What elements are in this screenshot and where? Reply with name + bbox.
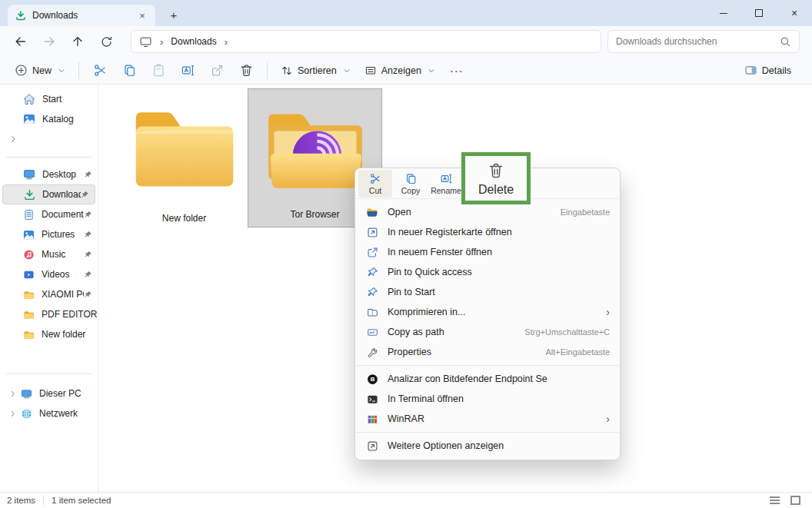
folder-icon — [23, 309, 35, 320]
sidebar-separator — [6, 374, 92, 374]
pin-icon — [84, 251, 92, 259]
maximize-button[interactable] — [741, 0, 777, 26]
sidebar-item-dieser-pc[interactable]: Dieser PC — [0, 383, 98, 403]
list-view-button[interactable] — [770, 496, 780, 504]
view-button[interactable]: Anzeigen — [358, 61, 442, 81]
command-toolbar: New Sortieren — [0, 57, 812, 85]
quick-action-label: Rename — [431, 186, 461, 195]
sidebar-item-katalog[interactable]: Katalog — [0, 109, 98, 129]
sidebar-item-label: Netzwerk — [39, 408, 98, 419]
pin-icon — [81, 191, 89, 199]
close-button[interactable]: × — [777, 0, 812, 26]
chevron-right-icon[interactable] — [8, 410, 17, 418]
sidebar-item-label: Documents — [42, 209, 84, 220]
rename-button[interactable] — [173, 59, 202, 82]
menu-item-open[interactable]: Open Eingabetaste — [355, 202, 620, 222]
menu-item-bitdefender-scan[interactable]: B Analizar con Bitdefender Endpoint Se — [355, 369, 620, 389]
chevron-right-icon[interactable] — [8, 390, 17, 398]
quick-copy-button[interactable]: Copy — [394, 170, 428, 198]
sidebar-item-start[interactable]: Start — [0, 89, 98, 109]
sidebar-item-pictures[interactable]: Pictures — [0, 224, 98, 244]
new-button[interactable]: New — [8, 60, 72, 81]
cut-button[interactable] — [85, 59, 115, 82]
close-icon: × — [791, 7, 797, 19]
menu-item-label: In neuem Fenster öffnen — [388, 247, 610, 257]
context-menu-quick-actions: Cut Copy Rename Delete — [355, 168, 620, 199]
search-input[interactable] — [616, 36, 780, 47]
winrar-icon — [366, 413, 378, 425]
desktop-icon — [23, 168, 35, 181]
sidebar-expander[interactable] — [0, 129, 98, 149]
sidebar-item-new-folder[interactable]: New folder — [0, 324, 98, 344]
menu-item-label: Properties — [388, 347, 538, 357]
menu-item-compress[interactable]: Komprimieren in... › — [355, 302, 620, 322]
sort-button[interactable]: Sortieren — [274, 61, 358, 81]
titlebar: Downloads × + × — [0, 0, 812, 26]
menu-item-open-in-terminal[interactable]: In Terminal öffnen — [355, 389, 620, 409]
zip-folder-icon — [366, 306, 378, 318]
this-pc-monitor-icon — [139, 35, 152, 48]
menu-item-label: Analizar con Bitdefender Endpoint Se — [388, 374, 610, 384]
details-pane-button[interactable]: Details — [737, 60, 798, 81]
sidebar-item-label: Desktop — [42, 169, 84, 180]
paste-button[interactable] — [144, 59, 173, 82]
menu-item-show-more-options[interactable]: Weitere Optionen anzeigen — [355, 436, 620, 456]
file-explorer-window: Downloads × + × › Downloads › — [0, 0, 812, 508]
document-icon — [23, 209, 35, 221]
this-pc-icon — [21, 388, 32, 400]
context-menu: Cut Copy Rename Delete — [354, 168, 621, 460]
tab-downloads[interactable]: Downloads × — [8, 5, 155, 26]
minimize-icon — [720, 13, 727, 14]
folder-icon-large — [128, 104, 241, 196]
sidebar-item-label: XIAOMI POCO F — [42, 289, 84, 300]
menu-item-winrar[interactable]: WinRAR › — [355, 409, 620, 429]
menu-item-label: Open — [388, 207, 553, 217]
sidebar-item-desktop[interactable]: Desktop — [0, 164, 98, 184]
more-options-button[interactable]: ··· — [442, 64, 471, 77]
pin-icon — [84, 271, 92, 279]
sidebar-item-netzwerk[interactable]: Netzwerk — [0, 403, 98, 423]
sidebar-item-label: Start — [42, 94, 98, 105]
quick-delete-button-highlighted[interactable]: Delete — [461, 152, 531, 204]
file-item-new-folder[interactable]: New folder — [117, 88, 251, 224]
menu-item-copy-as-path[interactable]: Copy as path Strg+Umschalttaste+C — [355, 322, 620, 342]
sidebar-item-music[interactable]: Music — [0, 244, 98, 264]
sidebar-item-xiaomi-poco-f[interactable]: XIAOMI POCO F — [0, 284, 98, 304]
sidebar-item-documents[interactable]: Documents — [0, 204, 98, 224]
address-bar[interactable]: › Downloads › — [131, 30, 601, 53]
delete-button[interactable] — [231, 59, 261, 82]
sidebar-item-videos[interactable]: Videos — [0, 264, 98, 284]
toolbar-divider — [78, 62, 79, 79]
menu-item-open-new-tab[interactable]: In neuer Registerkarte öffnen — [355, 222, 620, 242]
file-name: New folder — [117, 213, 251, 224]
menu-item-pin-quick-access[interactable]: Pin to Quick access — [355, 262, 620, 282]
tab-close-icon[interactable]: × — [135, 8, 149, 22]
new-tab-button[interactable]: + — [165, 6, 183, 23]
thumbnail-view-button[interactable] — [790, 496, 800, 505]
sidebar-item-label: Dieser PC — [39, 388, 98, 399]
status-divider — [43, 496, 44, 505]
menu-item-open-new-window[interactable]: In neuem Fenster öffnen — [355, 242, 620, 262]
menu-item-label: In Terminal öffnen — [388, 393, 610, 404]
back-button[interactable] — [9, 30, 32, 53]
menu-item-pin-to-start[interactable]: Pin to Start — [355, 282, 620, 302]
forward-button[interactable] — [38, 30, 61, 53]
refresh-button[interactable] — [95, 30, 118, 53]
menu-item-shortcut: Eingabetaste — [561, 208, 610, 217]
pictures-icon — [23, 229, 35, 241]
search-box[interactable] — [607, 30, 800, 53]
share-button[interactable] — [202, 59, 231, 82]
rename-icon — [440, 172, 453, 185]
copy-button[interactable] — [115, 59, 144, 82]
wrench-icon — [366, 346, 378, 358]
sidebar-item-downloads[interactable]: Downloads — [2, 184, 95, 204]
plus-circle-icon — [15, 64, 28, 77]
sidebar-item-pdf-editor[interactable]: PDF EDITOR — [0, 304, 98, 324]
quick-rename-button[interactable]: Rename — [429, 170, 463, 198]
quick-cut-button[interactable]: Cut — [358, 170, 392, 198]
breadcrumb-segment-downloads[interactable]: Downloads — [171, 36, 216, 47]
menu-item-properties[interactable]: Properties Alt+Eingabetaste — [355, 342, 620, 362]
minimize-button[interactable] — [706, 0, 741, 26]
pin-icon — [84, 211, 92, 219]
up-button[interactable] — [66, 30, 89, 53]
